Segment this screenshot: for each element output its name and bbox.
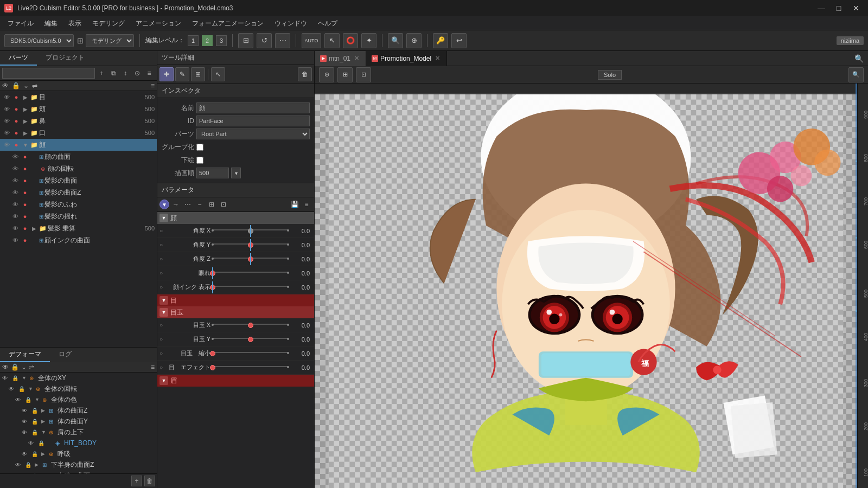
vis-toggle[interactable]: 👁: [2, 106, 11, 112]
parts-menu-btn[interactable]: ≡: [144, 68, 155, 79]
expand-toggle[interactable]: ▶: [35, 462, 41, 467]
slider-thumb[interactable]: [210, 365, 215, 370]
list-item[interactable]: 👁 ● ⊞ 髪影の揺れ: [0, 210, 157, 222]
vis-toggle[interactable]: 👁: [15, 462, 24, 468]
lasso-btn[interactable]: ⭕: [343, 33, 358, 48]
lock-toggle[interactable]: 🔒: [31, 419, 40, 425]
minimize-button[interactable]: —: [814, 1, 829, 16]
menu-animation[interactable]: アニメーション: [130, 16, 187, 30]
param-zero-btn[interactable]: ○: [159, 336, 165, 342]
zoom2-btn[interactable]: ⊕: [406, 33, 422, 48]
param-slider[interactable]: [213, 336, 288, 343]
param-save-btn[interactable]: 💾: [289, 199, 300, 210]
tab-close-promotion[interactable]: ✕: [433, 55, 441, 62]
lock-toggle[interactable]: 🔒: [31, 429, 40, 435]
parts-move-btn[interactable]: ↕: [120, 68, 131, 79]
list-item[interactable]: 👁 ● ▶ 📁 目 500: [0, 91, 157, 103]
list-item[interactable]: 👁 ● ▶ 📁 鼻 500: [0, 115, 157, 127]
td-mesh-btn[interactable]: ⊞: [191, 67, 205, 81]
param-zero-btn[interactable]: ○: [159, 284, 165, 290]
lock-toggle[interactable]: ●: [21, 189, 29, 196]
slider-thumb[interactable]: [210, 351, 215, 356]
lock-toggle[interactable]: ●: [21, 153, 29, 160]
eye-icon[interactable]: 👁: [2, 363, 9, 371]
add-deformer-btn[interactable]: +: [131, 476, 142, 486]
tab-project[interactable]: プロジェクト: [37, 51, 93, 66]
deformer-item[interactable]: 👁 🔒 ▼ ⊛ 全体の色: [0, 394, 157, 405]
expand-toggle[interactable]: ▶: [22, 130, 29, 136]
brush-btn[interactable]: ✦: [361, 33, 376, 48]
tab-parts[interactable]: パーツ: [0, 51, 37, 66]
parts-dupe-btn[interactable]: ⧉: [108, 68, 119, 79]
vis-toggle[interactable]: 👁: [11, 225, 20, 232]
parts-select[interactable]: Root Part: [196, 129, 310, 139]
param-minus-btn[interactable]: −: [194, 199, 205, 210]
lock-toggle[interactable]: ●: [21, 177, 29, 184]
param-slider[interactable]: [213, 350, 288, 357]
param-menu-btn[interactable]: ≡: [301, 199, 312, 210]
canvas-tool-3[interactable]: ⊡: [356, 67, 371, 82]
tab-promotion-model[interactable]: M Promotion_Model ✕: [366, 51, 447, 66]
lock-toggle[interactable]: ●: [21, 237, 29, 243]
id-input[interactable]: [196, 115, 310, 126]
expand-toggle[interactable]: ▶: [22, 94, 29, 100]
list-item[interactable]: 👁 ● ⊛ 顔の回転: [0, 163, 157, 175]
select-btn[interactable]: ↖: [324, 33, 340, 48]
canvas-viewport[interactable]: 福: [315, 84, 868, 488]
vis-toggle[interactable]: 👁: [22, 419, 30, 425]
param-zero-btn[interactable]: ○: [159, 228, 165, 234]
canvas-search-btn[interactable]: 🔍: [850, 54, 868, 63]
menu-window[interactable]: ウィンドウ: [269, 16, 312, 30]
lock-toggle[interactable]: ●: [12, 118, 21, 124]
param-collapse-btn[interactable]: ▼: [159, 200, 169, 209]
lock-toggle[interactable]: ●: [21, 225, 29, 232]
lock-toggle[interactable]: ●: [21, 201, 29, 208]
expand-toggle[interactable]: ▶: [41, 419, 48, 424]
canvas-tool-1[interactable]: ⊛: [319, 67, 334, 82]
lock-toggle[interactable]: ●: [12, 130, 21, 136]
solo-btn[interactable]: Solo: [598, 70, 622, 80]
lock-toggle[interactable]: ●: [12, 142, 21, 148]
param-zero-btn[interactable]: ○: [159, 270, 165, 276]
deformer-item[interactable]: 👁 🔒 ▶ ⊞ 下半身の曲面Z: [0, 459, 157, 470]
arrow-icon[interactable]: ⇌: [29, 363, 34, 371]
param-zero-btn[interactable]: ○: [159, 350, 165, 356]
vis-toggle[interactable]: 👁: [28, 440, 37, 446]
parts-search-input[interactable]: [2, 68, 95, 79]
vis-toggle[interactable]: 👁: [2, 94, 11, 100]
tab-close-mtn01[interactable]: ✕: [353, 55, 360, 62]
param-group-eye[interactable]: ▼ 目: [157, 294, 314, 306]
param-slider[interactable]: [213, 284, 288, 291]
td-delete-btn[interactable]: 🗑: [298, 67, 312, 81]
tab-deformer[interactable]: デフォーマ: [0, 348, 50, 362]
list-item[interactable]: 👁 ● ▶ 📁 口 500: [0, 127, 157, 139]
vis-toggle[interactable]: 👁: [11, 165, 20, 172]
maximize-button[interactable]: □: [831, 1, 846, 16]
menu-file[interactable]: ファイル: [2, 16, 39, 30]
param-zero-btn[interactable]: ○: [159, 256, 165, 262]
mesh-btn[interactable]: ⋯: [275, 33, 290, 48]
vis-toggle[interactable]: 👁: [2, 142, 11, 148]
expand-toggle[interactable]: ▶: [30, 226, 38, 232]
expand-toggle[interactable]: ▶: [41, 451, 48, 457]
list-item[interactable]: 👁 ● ⊞ 顔インクの曲面: [0, 234, 157, 246]
order-stepper[interactable]: ▾: [231, 168, 241, 178]
lock-toggle[interactable]: ●: [21, 165, 29, 172]
menu-view[interactable]: 表示: [63, 16, 87, 30]
vis-toggle[interactable]: 👁: [22, 451, 30, 457]
deformer-item-hit[interactable]: 👁 🔒 ◈ HIT_BODY: [0, 438, 157, 448]
param-slider[interactable]: [213, 322, 288, 329]
parts-add-btn[interactable]: +: [96, 68, 107, 79]
vis-toggle[interactable]: 👁: [11, 189, 20, 196]
lock-icon[interactable]: 🔒: [12, 82, 20, 89]
expand-toggle[interactable]: ▼: [22, 375, 28, 381]
vis-toggle[interactable]: 👁: [11, 177, 20, 184]
zoom-btn[interactable]: 🔍: [388, 33, 403, 48]
param-zero-btn[interactable]: ○: [159, 242, 165, 248]
slider-thumb[interactable]: [248, 323, 253, 328]
lock-toggle[interactable]: 🔒: [12, 375, 21, 381]
vis-toggle[interactable]: 👁: [15, 397, 24, 403]
menu-form-animation[interactable]: フォームアニメーション: [187, 16, 269, 30]
vis-toggle[interactable]: 👁: [11, 237, 20, 243]
slider-thumb[interactable]: [248, 337, 253, 342]
